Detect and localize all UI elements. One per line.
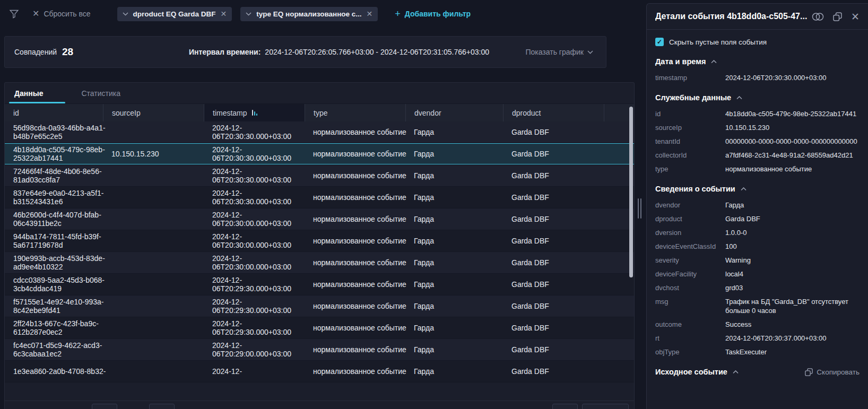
field-value: a7fdf468-2c31-4e48-91a2-68559ad42d21 [725, 151, 860, 160]
chevron-down-icon [587, 50, 593, 54]
close-panel-icon[interactable]: ✕ [851, 12, 860, 22]
cell-timestamp: 2024-12-06T20:29:00.000+03:00 [204, 339, 305, 360]
show-chart-label: Показать график [525, 48, 584, 56]
cell-timestamp: 2024-12-06T20:30:00.000+03:00 [204, 208, 305, 230]
column-header-dvendor[interactable]: dvendor [405, 104, 503, 121]
clear-all-filters-button[interactable]: ✕ Сбросить все [32, 10, 91, 18]
filter-chips: dproduct EQ Garda DBF✕type EQ нормализов… [117, 7, 378, 21]
field-row-collectorId: collectorIda7fdf468-2c31-4e48-91a2-68559… [655, 151, 860, 160]
field-row-objType: objTypeTaskExecuter [655, 347, 860, 356]
section-header[interactable]: Сведения о событии [655, 185, 860, 193]
show-chart-button[interactable]: Показать график [525, 48, 593, 56]
remove-filter-icon[interactable]: ✕ [221, 10, 227, 18]
tab-statistics[interactable]: Статистика [81, 83, 120, 103]
field-label: dversion [655, 228, 725, 237]
remove-filter-icon[interactable]: ✕ [367, 10, 373, 18]
cell-id: 2ff24b13-667c-423f-ba9c-612b287e0ec2 [5, 317, 103, 338]
cell-dvendor: Гарда [405, 208, 503, 230]
add-filter-button[interactable]: + Добавить фильтр [395, 9, 471, 19]
cell-type: нормализованное событие [305, 339, 405, 360]
column-header-timestamp[interactable]: timestamp [204, 104, 305, 121]
table-row[interactable]: fc4ec071-d5c9-4622-acd3-6c3cabaa1ec22024… [5, 339, 634, 361]
cell-timestamp: 2024-12- [204, 361, 305, 382]
filter-chip[interactable]: type EQ нормализованное с...✕ [240, 7, 378, 21]
hide-empty-fields-checkbox[interactable]: ✓ Скрыть пустые поля события [655, 38, 860, 46]
column-header-id[interactable]: id [5, 104, 103, 121]
table-row[interactable]: 72466f4f-48de-4b06-8e56-81ad03cc8fa72024… [5, 165, 634, 187]
cell-dvendor: Гарда [405, 252, 503, 273]
table-row[interactable]: f57155e1-4e92-4e10-993a-8c42ebe9fd412024… [5, 295, 634, 317]
cell-type: нормализованное событие [305, 121, 405, 143]
cell-timestamp: 2024-12-06T20:30:30.000+03:00 [204, 143, 305, 164]
hide-empty-fields-label: Скрыть пустые поля события [669, 38, 767, 46]
pagination-select[interactable] [582, 404, 629, 409]
cell-dvendor: Гарда [405, 317, 503, 338]
checkbox-checked-icon: ✓ [655, 38, 664, 46]
cell-dvendor: Гарда [405, 339, 503, 360]
cell-sourceIp [103, 208, 204, 230]
field-label: timestamp [655, 73, 725, 82]
filter-chip-label: dproduct EQ Garda DBF [133, 10, 216, 18]
table-body: 56d98cda-0a93-46bb-a4a1-b48b7e65c2e52024… [5, 121, 634, 382]
table-row-selected[interactable]: 4b18dd0a-c505-479c-98eb-25322ab1744110.1… [5, 143, 634, 165]
field-value: 100 [725, 242, 860, 251]
filter-chip[interactable]: dproduct EQ Garda DBF✕ [117, 7, 232, 21]
summary-card: Совпадений 28 Интервал времени: 2024-12-… [4, 36, 606, 68]
field-value: Warning [725, 256, 860, 265]
section-header[interactable]: Дата и время [655, 57, 860, 66]
cell-dproduct: Garda DBF [503, 317, 604, 338]
table-row[interactable]: 837e64e9-e0a0-4213-a5f1-b315243431e62024… [5, 187, 634, 208]
field-value: нормализованное событие [725, 164, 860, 173]
matches-label: Совпадений [14, 48, 57, 56]
field-row-dvendor: dvendorГарда [655, 201, 860, 210]
chevron-up-icon [711, 60, 717, 64]
section-header[interactable]: Исходное событиеСкопировать [655, 368, 860, 376]
field-label: deviceFacility [655, 269, 725, 279]
field-label: dvchost [655, 283, 725, 292]
filter-funnel-icon[interactable] [8, 8, 20, 20]
section-header[interactable]: Служебные данные [655, 93, 860, 102]
cell-id: 1e3ea860-2a0b-4708-8b32- [5, 361, 103, 382]
pagination-button[interactable] [552, 404, 578, 409]
cell-dproduct: Garda DBF [503, 208, 604, 230]
cell-sourceIp [103, 361, 204, 382]
cell-dproduct: Garda DBF [503, 165, 604, 186]
field-value: TaskExecuter [725, 347, 860, 356]
cell-id: 190e993b-accb-453d-83de-ad9ee4b10322 [5, 252, 103, 273]
cell-sourceIp [103, 317, 204, 338]
table-row[interactable]: 944ba174-7811-45fd-b39f-5a671719678d2024… [5, 230, 634, 252]
table-row[interactable]: 190e993b-accb-453d-83de-ad9ee4b103222024… [5, 252, 634, 274]
pagination-button[interactable] [92, 404, 117, 409]
vertical-scrollbar[interactable] [629, 107, 633, 277]
chevron-up-icon [736, 96, 742, 100]
cell-type: нормализованное событие [305, 230, 405, 251]
field-row-outcome: outcomeSuccess [655, 320, 860, 329]
cell-sourceIp [103, 295, 204, 317]
event-details-panel: Детали события 4b18dd0a-c505-47... ✕ ✓ С… [646, 3, 868, 409]
correlate-events-icon[interactable] [812, 12, 824, 21]
cell-timestamp: 2024-12-06T20:29:30.000+03:00 [204, 274, 305, 295]
column-header-dproduct[interactable]: dproduct [503, 104, 604, 121]
table-row[interactable]: 2ff24b13-667c-423f-ba9c-612b287e0ec22024… [5, 317, 634, 339]
column-header-sourceIp[interactable]: sourceIp [103, 104, 204, 121]
field-row-type: typeнормализованное событие [655, 164, 860, 173]
cell-type: нормализованное событие [305, 165, 405, 186]
table-row[interactable]: 1e3ea860-2a0b-4708-8b32-2024-12-нормализ… [5, 361, 634, 382]
matches-count: 28 [62, 46, 73, 58]
section-title: Исходное событие [655, 368, 727, 376]
table-header-row: idsourceIptimestamptypedvendordproduct [5, 104, 634, 121]
cell-dproduct: Garda DBF [503, 295, 604, 317]
table-row[interactable]: 56d98cda-0a93-46bb-a4a1-b48b7e65c2e52024… [5, 121, 634, 143]
table-row[interactable]: 46b2600d-c4f4-407d-bfab-06c43911be2c2024… [5, 208, 634, 230]
copy-icon[interactable] [833, 12, 842, 21]
panel-resize-handle[interactable] [638, 198, 641, 219]
field-value: 2024-12-06T20:30:30.000+03:00 [725, 73, 860, 82]
field-label: type [655, 164, 725, 173]
copy-raw-event-button[interactable]: Скопировать [805, 368, 860, 376]
cell-spacer [604, 361, 634, 382]
table-tabs: Данные Статистика [5, 83, 634, 104]
tab-data[interactable]: Данные [14, 83, 43, 103]
pagination-button[interactable] [149, 404, 175, 409]
table-row[interactable]: cdcc0389-5aa2-45d3-b068-3cb4cddac4192024… [5, 274, 634, 295]
column-header-type[interactable]: type [305, 104, 405, 121]
